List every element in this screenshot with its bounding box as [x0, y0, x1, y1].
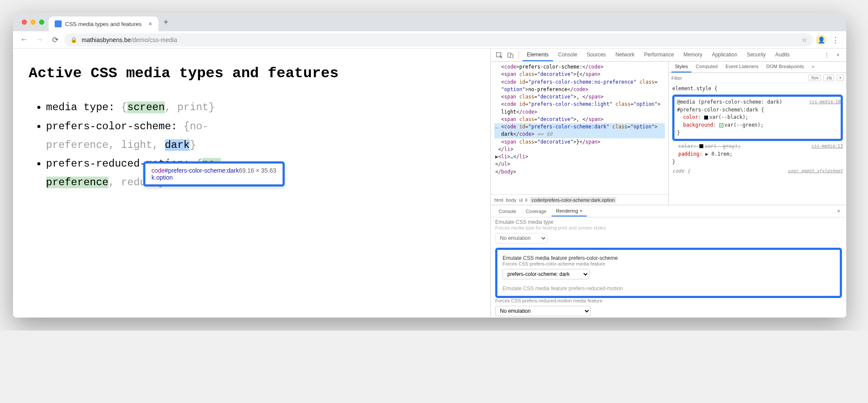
prop-value: var(--green)	[724, 122, 760, 128]
close-icon[interactable]: ×	[580, 208, 582, 213]
reduced-motion-select[interactable]: No emulation	[495, 306, 591, 316]
media-rule-callout: css-media:18 @media (prefers-color-schem…	[672, 95, 843, 141]
lock-icon: 🔒	[70, 36, 77, 43]
page-viewport: Active CSS media types and features medi…	[13, 49, 490, 318]
tooltip-id: #prefers-color-scheme:dark	[164, 167, 239, 174]
section-title: Emulate CSS media feature prefers-color-…	[503, 255, 835, 261]
tab-event-listeners[interactable]: Event Listeners	[722, 62, 762, 72]
section-title: Emulate CSS media feature prefers-reduce…	[503, 285, 835, 292]
source-link[interactable]: css-media:18	[809, 98, 841, 105]
source-link[interactable]: css-media:13	[812, 143, 843, 150]
drawer-close-icon[interactable]: ×	[835, 208, 843, 214]
selector-text: #prefers-color-scheme\:dark {	[677, 106, 838, 114]
url-path: /demo/css-media	[131, 36, 178, 43]
tooltip-dimensions: 69.16 × 35.63	[239, 167, 276, 174]
reload-button[interactable]: ⟳	[49, 33, 62, 46]
tab-strip: CSS media types and features × +	[13, 13, 846, 31]
device-toggle-icon[interactable]	[506, 50, 515, 60]
crumb[interactable]: html	[494, 197, 503, 203]
prop-value: var(--black)	[709, 114, 745, 120]
forward-button[interactable]: →	[33, 33, 46, 46]
new-tab-button[interactable]: +	[158, 17, 174, 27]
tab-styles[interactable]: Styles	[671, 62, 691, 72]
styles-body[interactable]: element.style { css-media:18 @media (pre…	[669, 83, 846, 205]
add-rule-icon[interactable]: +	[837, 75, 844, 81]
tab-console[interactable]: Console	[554, 49, 582, 61]
profile-avatar[interactable]: 👤	[816, 35, 826, 45]
tooltip-tag: code	[151, 167, 164, 174]
devtools-toolbar: Elements Console Sources Network Perform…	[491, 49, 846, 62]
page-title: Active CSS media types and features	[29, 62, 475, 85]
crumb[interactable]: ul	[519, 197, 523, 203]
color-scheme-callout: Emulate CSS media feature prefers-color-…	[495, 248, 842, 298]
window-minimize[interactable]	[30, 20, 36, 25]
tab-security[interactable]: Security	[743, 49, 770, 61]
back-button[interactable]: ←	[17, 33, 30, 46]
section-desc: Forces CSS prefers-color-scheme media fe…	[503, 261, 835, 266]
dom-tree[interactable]: <code>prefers-color-scheme:</code> <span…	[491, 62, 668, 194]
color-scheme-select[interactable]: prefers-color-scheme: dark	[503, 269, 589, 279]
hov-toggle[interactable]: :hov	[808, 75, 821, 81]
tab-network[interactable]: Network	[611, 49, 639, 61]
rendering-body: Emulate CSS media type Forces media type…	[491, 217, 846, 318]
tab-more-icon[interactable]: »	[808, 62, 818, 72]
inspect-icon[interactable]	[494, 50, 504, 60]
crumb-active[interactable]: code#prefers-color-scheme:dark.option	[530, 197, 616, 203]
section-desc: Forces CSS prefers-reduced-motion media …	[495, 298, 842, 303]
tab-label: Rendering	[556, 208, 578, 213]
star-icon[interactable]: ☆	[802, 36, 807, 43]
rule-close: }	[677, 129, 838, 137]
favicon-icon	[55, 20, 62, 27]
section-title: Emulate CSS media type	[495, 219, 842, 225]
crumb[interactable]: li	[525, 197, 527, 203]
tab-close-icon[interactable]: ×	[148, 20, 152, 27]
toolbar: ← → ⟳ 🔒 mathiasbynens.be/demo/css-media …	[13, 31, 846, 49]
drawer-tab-rendering[interactable]: Rendering ×	[552, 206, 587, 216]
element-style-rule: element.style {	[672, 85, 843, 93]
url-bar[interactable]: 🔒 mathiasbynens.be/demo/css-media ☆	[64, 33, 813, 46]
elements-pane: <code>prefers-color-scheme:</code> <span…	[491, 62, 669, 205]
drawer-tab-console[interactable]: Console	[494, 206, 520, 216]
window-close[interactable]	[22, 20, 27, 25]
tab-sources[interactable]: Sources	[582, 49, 610, 61]
tab-memory[interactable]: Memory	[679, 49, 707, 61]
browser-window: CSS media types and features × + ← → ⟳ 🔒…	[13, 13, 846, 318]
devtools-menu-icon[interactable]: ⋮	[822, 50, 832, 60]
devtools-close-icon[interactable]: ×	[833, 50, 843, 60]
ua-link: user agent stylesheet	[788, 167, 843, 174]
drawer-panel: Console Coverage Rendering × × Emulate C…	[491, 205, 846, 318]
ua-rule: user agent stylesheet code {	[672, 167, 843, 175]
tab-title: CSS media types and features	[65, 21, 141, 27]
url-host: mathiasbynens.be	[82, 36, 131, 43]
crumb[interactable]: body	[506, 197, 516, 203]
tab-application[interactable]: Application	[707, 49, 742, 61]
tooltip-class: k.option	[151, 174, 173, 181]
tab-computed[interactable]: Computed	[692, 62, 721, 72]
rule-text: element.style {	[672, 85, 717, 92]
tab-performance[interactable]: Performance	[640, 49, 678, 61]
tab-elements[interactable]: Elements	[523, 49, 553, 61]
tab-dom-breakpoints[interactable]: DOM Breakpoints	[763, 62, 808, 72]
media-type-select[interactable]: No emulation	[495, 233, 547, 243]
prop-value: var(--gray)	[704, 143, 737, 149]
list-item: media type: {screen, print}	[46, 98, 475, 117]
browser-tab[interactable]: CSS media types and features ×	[49, 16, 158, 31]
element-inspector-tooltip: code#prefers-color-scheme:dark 69.16 × 3…	[143, 161, 285, 187]
menu-button[interactable]: ⋮	[829, 33, 842, 46]
tab-audits[interactable]: Audits	[771, 49, 794, 61]
section-desc: Forces media type for testing print and …	[495, 225, 842, 230]
styles-filter-input[interactable]	[671, 75, 806, 81]
list-item: prefers-color-scheme: {no-preference, li…	[46, 117, 475, 154]
drawer-tab-coverage[interactable]: Coverage	[521, 206, 551, 216]
rule-close: }	[672, 158, 843, 166]
option-rule: css-media:13 color: var(--gray); padding…	[672, 143, 843, 166]
selector-text: code {	[672, 168, 690, 174]
traffic-lights	[17, 20, 49, 25]
cls-toggle[interactable]: .cls	[823, 75, 834, 81]
svg-rect-2	[510, 54, 513, 58]
window-maximize[interactable]	[39, 20, 44, 25]
prop-value: ▶ 0.1rem	[705, 151, 729, 157]
styles-pane: Styles Computed Event Listeners DOM Brea…	[669, 62, 846, 205]
dom-breadcrumb[interactable]: html body ul li code#prefers-color-schem…	[491, 194, 668, 205]
devtools-tabs: Elements Console Sources Network Perform…	[523, 49, 820, 61]
